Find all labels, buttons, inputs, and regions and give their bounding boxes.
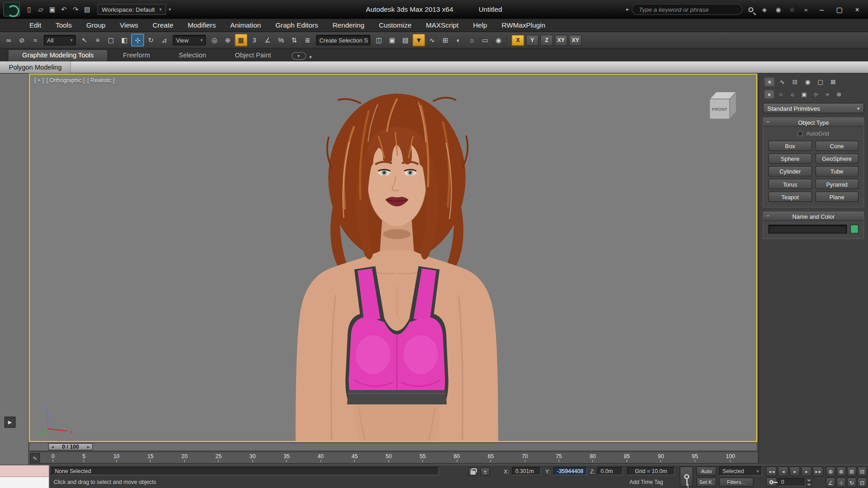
geosphere-button[interactable]: GeoSphere: [815, 153, 859, 164]
autogrid-checkbox[interactable]: [798, 131, 803, 136]
project-folder-icon[interactable]: ▤: [81, 4, 93, 15]
menu-rendering[interactable]: Rendering: [325, 19, 371, 32]
y-coordinate-field[interactable]: -35944408: [553, 467, 586, 475]
object-name-input[interactable]: [769, 225, 847, 234]
key-filters-button[interactable]: Filters...: [719, 478, 754, 487]
modify-tab-icon[interactable]: ∿: [777, 77, 788, 87]
shapes-category-icon[interactable]: ○: [776, 89, 786, 99]
infocenter-overflow-icon[interactable]: »: [801, 4, 811, 15]
play-animation-button[interactable]: ►: [789, 466, 800, 476]
go-to-start-button[interactable]: ◄◄: [766, 466, 777, 476]
curve-editor-icon[interactable]: ∿: [426, 34, 439, 47]
select-and-uniform-scale-icon[interactable]: ⊿: [158, 34, 170, 47]
motion-tab-icon[interactable]: ◉: [802, 77, 813, 87]
viewcube[interactable]: FRONT: [701, 88, 744, 123]
key-mode-toggle-icon[interactable]: [766, 478, 777, 487]
previous-frame-button[interactable]: ◄: [778, 466, 788, 476]
graphite-ribbon-toggle-icon[interactable]: ▼: [412, 34, 425, 47]
utilities-tab-icon[interactable]: ⊠: [828, 77, 839, 87]
ribbon-tab-freeform[interactable]: Freeform: [109, 50, 164, 61]
add-time-tag-button[interactable]: Add Time Tag: [629, 479, 663, 485]
open-file-icon[interactable]: ▱: [35, 4, 47, 15]
undo-icon[interactable]: ↶: [58, 4, 70, 15]
ribbon-panel-polygon-modeling[interactable]: Polygon Modeling: [0, 61, 71, 73]
cameras-category-icon[interactable]: ▣: [799, 89, 809, 99]
material-editor-icon[interactable]: ◐: [452, 34, 465, 47]
display-tab-icon[interactable]: ▢: [815, 77, 826, 87]
save-file-icon[interactable]: ▣: [47, 4, 58, 15]
viewport-general-menu[interactable]: [ + ]: [34, 77, 44, 83]
restrict-to-y-button[interactable]: Y: [526, 35, 538, 46]
menu-edit[interactable]: Edit: [22, 19, 48, 32]
rollout-collapse-icon[interactable]: −: [766, 213, 769, 219]
viewcube-front-face-label[interactable]: FRONT: [712, 107, 727, 112]
lights-category-icon[interactable]: ☼: [787, 89, 797, 99]
workspace-dropdown-icon[interactable]: ▾: [166, 4, 174, 15]
box-button[interactable]: Box: [769, 141, 812, 151]
select-and-move-icon[interactable]: ⊹: [131, 34, 144, 47]
orbit-viewport-icon[interactable]: ↻: [847, 478, 856, 488]
ribbon-tab-selection[interactable]: Selection: [165, 50, 220, 61]
object-color-swatch[interactable]: [850, 225, 859, 234]
schematic-view-icon[interactable]: ⊞: [439, 34, 452, 47]
workspace-selector[interactable]: Workspace: Default: [98, 4, 166, 15]
set-keys-button[interactable]: [680, 466, 693, 487]
viewport-shading-menu[interactable]: [ Realistic ]: [87, 77, 114, 83]
auto-key-button[interactable]: Auto: [696, 466, 716, 476]
restrict-to-plane-flyout-button[interactable]: XY: [569, 35, 582, 46]
cylinder-button[interactable]: Cylinder: [769, 166, 812, 176]
sphere-button[interactable]: Sphere: [769, 153, 812, 164]
zoom-extents-icon[interactable]: ⊞: [847, 466, 856, 476]
maximize-button[interactable]: ▢: [832, 3, 847, 15]
keyboard-shortcut-override-icon[interactable]: ▦: [235, 34, 247, 47]
geometry-category-icon[interactable]: ●: [764, 89, 774, 99]
pan-view-icon[interactable]: ⊹: [836, 478, 846, 488]
name-and-color-rollout-header[interactable]: − Name and Color: [764, 212, 864, 221]
torus-button[interactable]: Torus: [769, 179, 812, 189]
layer-manager-icon[interactable]: ▤: [399, 34, 412, 47]
rollout-collapse-icon[interactable]: −: [766, 119, 769, 125]
use-pivot-point-center-icon[interactable]: ◎: [208, 34, 221, 47]
favorites-icon[interactable]: ☆: [787, 4, 797, 15]
viewport-layout-tab-button[interactable]: ▶: [5, 417, 15, 427]
mirror-icon[interactable]: ◫: [373, 34, 385, 47]
menu-modifiers[interactable]: Modifiers: [180, 19, 223, 32]
menu-tools[interactable]: Tools: [48, 19, 79, 32]
menu-maxscript[interactable]: MAXScript: [419, 19, 466, 32]
named-selection-set-dropdown[interactable]: Create Selection S: [316, 35, 370, 45]
maxscript-mini-listener-macro[interactable]: [0, 465, 49, 477]
space-warps-category-icon[interactable]: ≈: [822, 89, 832, 99]
ribbon-display-options-icon[interactable]: ▾: [292, 52, 306, 60]
x-coordinate-field[interactable]: 0.301m: [512, 467, 541, 475]
key-filter-dropdown[interactable]: Selected: [719, 466, 763, 476]
viewport-orthographic[interactable]: [ + ] [ Orthographic ] [ Realistic ] FRO…: [29, 74, 757, 442]
reference-coordinate-system-dropdown[interactable]: View: [173, 35, 206, 45]
zoom-extents-all-icon[interactable]: ⊟: [858, 466, 867, 476]
exchange-apps-icon[interactable]: ◈: [759, 4, 770, 15]
systems-category-icon[interactable]: ⊛: [834, 89, 844, 99]
redo-icon[interactable]: ↷: [70, 4, 81, 15]
restrict-to-x-button[interactable]: X: [511, 35, 524, 46]
create-tab-icon[interactable]: ∗: [764, 77, 775, 87]
open-mini-curve-editor-icon[interactable]: ∿: [30, 453, 40, 462]
time-slider-track[interactable]: ◄ 0 / 100 ►: [29, 443, 757, 451]
spinner-snap-toggle-icon[interactable]: ⇅: [288, 34, 301, 47]
render-setup-icon[interactable]: ☼: [466, 34, 478, 47]
angle-snap-toggle-icon[interactable]: ∠: [261, 34, 274, 47]
primitive-category-dropdown[interactable]: Standard Primitives: [763, 103, 864, 113]
frame-spinner[interactable]: ▲▼: [806, 478, 812, 486]
selection-filter-dropdown[interactable]: All: [44, 35, 76, 45]
absolute-offset-mode-toggle-icon[interactable]: ±: [481, 468, 490, 476]
bind-to-space-warp-icon[interactable]: ≈: [29, 34, 42, 47]
select-object-icon[interactable]: ↖: [78, 34, 91, 47]
track-bar[interactable]: ∿ 0 5 10 15 20 25 30 35 40 45 50 55 60 6…: [29, 451, 757, 464]
menu-customize[interactable]: Customize: [372, 19, 419, 32]
selection-lock-toggle-icon[interactable]: [468, 468, 478, 476]
ribbon-tab-graphite-modeling-tools[interactable]: Graphite Modeling Tools: [8, 49, 108, 61]
menu-create[interactable]: Create: [146, 19, 181, 32]
hierarchy-tab-icon[interactable]: ⊟: [789, 77, 800, 87]
object-type-rollout-header[interactable]: − Object Type: [764, 118, 864, 127]
restrict-to-z-button[interactable]: Z: [540, 35, 553, 46]
3ds-max-application-menu-button[interactable]: [3, 2, 20, 17]
search-input[interactable]: [632, 4, 742, 15]
